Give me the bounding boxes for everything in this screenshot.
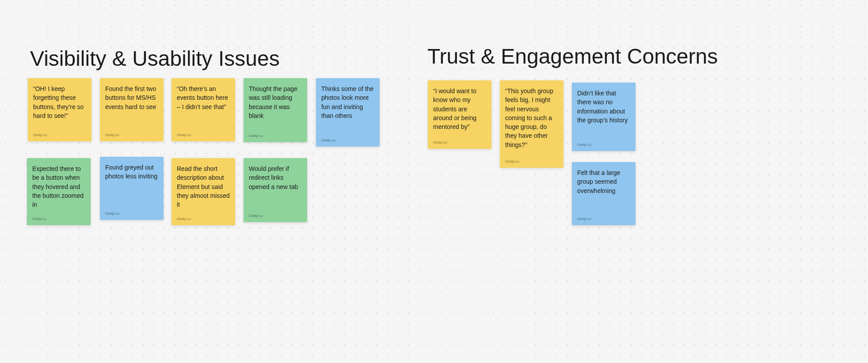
- sticky-author: Cindy Lo: [505, 159, 558, 163]
- sticky-note[interactable]: “Oh there’s an events button here – I di…: [171, 78, 235, 141]
- figjam-canvas[interactable]: Visibility & Usability IssuesTrust & Eng…: [0, 0, 868, 363]
- sticky-text[interactable]: Thought the page was still loading becau…: [249, 84, 302, 120]
- sticky-note[interactable]: Found greyed out photos less invitingCin…: [100, 157, 164, 220]
- sticky-text[interactable]: “This youth group feels big, I might fee…: [505, 87, 558, 149]
- sticky-text[interactable]: Thinks some of the photos look more fun …: [321, 84, 374, 120]
- sticky-note[interactable]: Expected there to be a button when they …: [27, 158, 91, 225]
- sticky-note[interactable]: Read the short description about Element…: [171, 158, 235, 225]
- sticky-note[interactable]: Thought the page was still loading becau…: [244, 78, 307, 142]
- sticky-author: Cindy Lo: [321, 138, 374, 142]
- sticky-author: Cindy Lo: [32, 217, 85, 221]
- sticky-note[interactable]: Would prefer if redirect links opened a …: [244, 158, 307, 222]
- sticky-text[interactable]: Read the short description about Element…: [177, 164, 230, 209]
- sticky-author: Cindy Lo: [105, 212, 158, 216]
- section-title-right[interactable]: Trust & Engagement Concerns: [427, 44, 718, 68]
- sticky-text[interactable]: Didn’t like that there was no informatio…: [577, 89, 630, 125]
- sticky-text[interactable]: “I would want to know who my students ar…: [433, 87, 486, 131]
- sticky-note[interactable]: Thinks some of the photos look more fun …: [316, 78, 380, 147]
- sticky-author: Cindy Lo: [249, 134, 302, 138]
- sticky-note[interactable]: “I would want to know who my students ar…: [428, 80, 491, 149]
- sticky-note[interactable]: Felt that a large group seemed overwhelm…: [572, 162, 636, 225]
- sticky-author: Cindy Lo: [105, 133, 158, 137]
- sticky-note[interactable]: Didn’t like that there was no informatio…: [572, 83, 636, 151]
- sticky-note[interactable]: “OH! I keep forgetting these buttons, th…: [28, 78, 91, 141]
- sticky-note[interactable]: Found the first two buttons for MS/HS ev…: [100, 78, 164, 141]
- sticky-text[interactable]: “OH! I keep forgetting these buttons, th…: [33, 84, 86, 120]
- sticky-text[interactable]: Found the first two buttons for MS/HS ev…: [105, 84, 158, 111]
- sticky-text[interactable]: Would prefer if redirect links opened a …: [249, 164, 302, 191]
- sticky-author: Cindy Lo: [33, 133, 86, 137]
- sticky-author: Cindy Lo: [577, 143, 630, 147]
- sticky-author: Cindy Lo: [433, 140, 486, 144]
- sticky-author: Cindy Lo: [577, 217, 630, 221]
- sticky-text[interactable]: Expected there to be a button when they …: [32, 164, 85, 209]
- sticky-author: Cindy Lo: [177, 217, 230, 221]
- sticky-note[interactable]: “This youth group feels big, I might fee…: [500, 80, 563, 168]
- sticky-text[interactable]: Found greyed out photos less inviting: [105, 163, 158, 181]
- section-title-left[interactable]: Visibility & Usability Issues: [30, 46, 280, 71]
- sticky-text[interactable]: Felt that a large group seemed overwhelm…: [577, 168, 630, 195]
- sticky-text[interactable]: “Oh there’s an events button here – I di…: [177, 84, 230, 111]
- sticky-author: Cindy Lo: [177, 133, 230, 137]
- sticky-author: Cindy Lo: [249, 214, 302, 218]
